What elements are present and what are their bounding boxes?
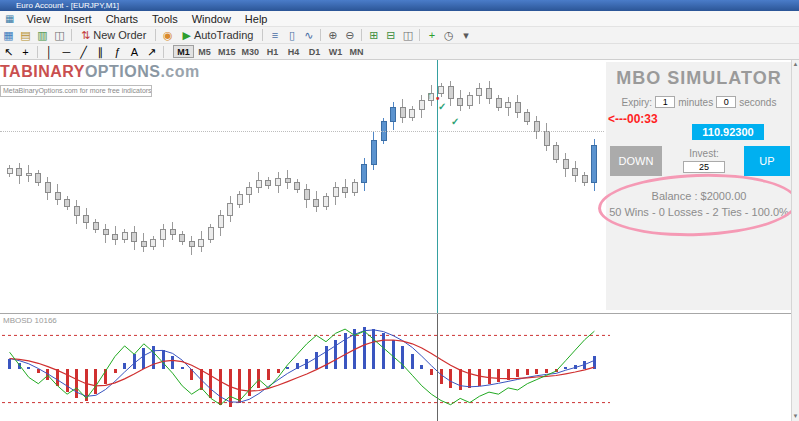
current-price-line	[0, 131, 604, 132]
toolbar-separator	[361, 29, 362, 41]
menu-help[interactable]: Help	[238, 13, 275, 25]
timeframe-m5[interactable]: M5	[194, 45, 215, 58]
market-watch-icon[interactable]: ▥	[34, 28, 51, 42]
timeframe-h4[interactable]: H4	[283, 45, 304, 58]
arrow-tool-icon[interactable]: ↗	[143, 45, 160, 59]
autotrading-button[interactable]: ▶ AutoTrading	[176, 28, 259, 42]
scroll-down-icon[interactable]: ▼	[792, 412, 799, 421]
menu-charts[interactable]: Charts	[99, 13, 145, 25]
toolbar-separator	[71, 29, 72, 41]
expiry-label: Expiry:	[622, 97, 653, 108]
seconds-label: seconds	[739, 97, 776, 108]
expert-advisors-icon[interactable]: ◉	[159, 28, 176, 42]
bar-chart-icon[interactable]: ≡	[266, 28, 283, 42]
autotrading-label: AutoTrading	[194, 29, 254, 41]
timeframe-m1[interactable]: M1	[173, 45, 194, 58]
templates-dropdown-icon[interactable]: ▾	[457, 28, 474, 42]
trade-marker: ✓	[451, 116, 459, 127]
indicator-label: MBOSD 10166	[3, 316, 57, 325]
up-button[interactable]: UP	[744, 146, 790, 176]
window-titlebar: Euro Account - [EURJPY,M1]	[0, 0, 799, 11]
data-window-icon[interactable]: ◫	[51, 28, 68, 42]
menu-view[interactable]: View	[19, 13, 57, 25]
toolbar-separator	[163, 46, 164, 58]
chart-area[interactable]: TABINARYOPTIONS.com MetaBinaryOptions.co…	[0, 60, 799, 313]
stats-highlight-ellipse	[597, 171, 799, 240]
candlestick-chart-icon[interactable]: ▯	[283, 28, 300, 42]
horizontal-line-icon[interactable]: ─	[58, 45, 75, 59]
app-icon: ▦	[5, 13, 14, 24]
chart-scrollbar[interactable]: ▲ ▼	[791, 60, 799, 421]
toolbar-separator	[262, 29, 263, 41]
candlestick-chart	[0, 60, 610, 313]
vertical-line-icon[interactable]: │	[41, 45, 58, 59]
periods-clock-icon[interactable]: ◷	[440, 28, 457, 42]
trendline-icon[interactable]: ╱	[75, 45, 92, 59]
minutes-label: minutes	[678, 97, 713, 108]
timeframe-toolbar: M1 M5 M15 M30 H1 H4 D1 W1 MN	[173, 45, 367, 58]
expiry-row: Expiry: minutes seconds	[606, 96, 792, 108]
crosshair-icon[interactable]: +	[17, 45, 34, 59]
simulator-title: MBO SIMULATOR	[606, 68, 792, 89]
fibonacci-icon[interactable]: ƒ	[109, 45, 126, 59]
new-order-label: New Order	[93, 29, 146, 41]
new-order-icon: ⇅	[81, 29, 90, 42]
watermark-brand-gray: OPTIONS	[85, 63, 161, 80]
trade-marker: ↑	[427, 90, 432, 101]
toolbar-separator	[320, 29, 321, 41]
menu-insert[interactable]: Insert	[57, 13, 99, 25]
toolbar-separator	[155, 29, 156, 41]
indicator-chart	[0, 314, 630, 421]
timeframe-mn[interactable]: MN	[346, 45, 367, 58]
auto-arrange-icon[interactable]: ◫	[399, 28, 416, 42]
timeframe-d1[interactable]: D1	[304, 45, 325, 58]
tile-windows-icon[interactable]: ⊞	[365, 28, 382, 42]
mbo-simulator-panel: MBO SIMULATOR Expiry: minutes seconds <-…	[606, 62, 792, 310]
timeframe-w1[interactable]: W1	[325, 45, 346, 58]
timeframe-h1[interactable]: H1	[262, 45, 283, 58]
autotrading-play-icon: ▶	[182, 29, 190, 42]
new-order-button[interactable]: ⇅ New Order	[75, 28, 152, 42]
cascade-windows-icon[interactable]: ⊟	[382, 28, 399, 42]
line-chart-icon[interactable]: ∿	[300, 28, 317, 42]
scroll-up-icon[interactable]: ▲	[792, 60, 799, 69]
expiry-seconds-input[interactable]	[716, 96, 736, 108]
trade-marker: ✓	[438, 101, 446, 112]
toolbar-separator	[419, 29, 420, 41]
watermark-brand: TABINARYOPTIONS.com	[0, 63, 200, 81]
zoom-in-icon[interactable]: ⊕	[324, 28, 341, 42]
watermark-brand-suffix: .com	[160, 63, 199, 80]
invest-label: Invest:	[666, 148, 742, 159]
zoom-out-icon[interactable]: ⊖	[341, 28, 358, 42]
cursor-icon[interactable]: ↖	[0, 45, 17, 59]
new-chart-icon[interactable]: ▦	[0, 28, 17, 42]
mt4-window: Euro Account - [EURJPY,M1] ▦ View Insert…	[0, 0, 799, 421]
menu-window[interactable]: Window	[185, 13, 238, 25]
timeframe-m15[interactable]: M15	[215, 45, 239, 58]
indicator-pane[interactable]: MBOSD 10166	[0, 313, 799, 421]
watermark-note: MetaBinaryOptions.com for more free indi…	[0, 85, 152, 97]
invest-input[interactable]	[683, 161, 725, 173]
indicators-icon[interactable]: +	[423, 28, 440, 42]
text-tool-icon[interactable]: A	[126, 45, 143, 59]
profiles-icon[interactable]: ▤	[17, 28, 34, 42]
window-title: Euro Account - [EURJPY,M1]	[16, 1, 119, 10]
toolbar-drawing: ↖ + │ ─ ╱ ∥ ƒ A ↗ M1 M5 M15 M30 H1 H4 D1…	[0, 44, 799, 60]
timeframe-m30[interactable]: M30	[239, 45, 263, 58]
down-button[interactable]: DOWN	[610, 146, 662, 176]
expiry-countdown: <---00:33	[608, 112, 658, 126]
expiry-minutes-input[interactable]	[655, 96, 675, 108]
watermark-brand-red: TABINARY	[0, 63, 85, 80]
expiry-vertical-line-indicator	[437, 314, 438, 421]
toolbar-standard: ▦ ▤ ▥ ◫ ⇅ New Order ◉ ▶ AutoTrading ≡ ▯ …	[0, 27, 799, 44]
menu-bar: ▦ View Insert Charts Tools Window Help	[0, 11, 799, 27]
menu-tools[interactable]: Tools	[145, 13, 185, 25]
current-price-display: 110.92300	[692, 124, 764, 140]
toolbar-separator	[37, 46, 38, 58]
invest-group: Invest:	[666, 148, 742, 173]
channel-icon[interactable]: ∥	[92, 45, 109, 59]
